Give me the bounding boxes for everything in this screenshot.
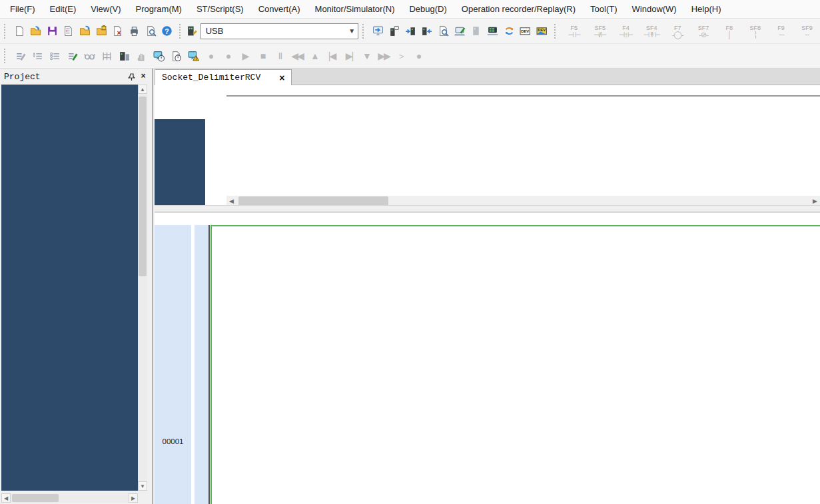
offline-button (468, 23, 485, 40)
page-magnifier-icon (145, 25, 157, 37)
rung-number-gutter (155, 225, 191, 504)
plc-connection-icon (187, 25, 198, 37)
project-panel-header: Project × (0, 69, 152, 85)
record-icon: ● (208, 51, 212, 61)
up-button: ▲ (306, 47, 323, 65)
close-icon[interactable]: × (137, 71, 149, 83)
tab-close-icon[interactable]: × (279, 73, 284, 83)
dev-badge-button[interactable]: DEV (517, 23, 534, 40)
tab-socket-delimiterrcv[interactable]: Socket_DelimiterRCV × (155, 69, 292, 85)
convert-sync-button[interactable] (501, 23, 518, 40)
side-tab-filler (155, 119, 205, 205)
menu-help[interactable]: Help(H) (684, 0, 729, 18)
connection-destination-select[interactable]: USB▼ (201, 23, 358, 39)
help-button[interactable]: ? (159, 23, 175, 40)
menu-st-script[interactable]: ST/Script(S) (189, 0, 251, 18)
menu-file[interactable]: File(F) (3, 0, 43, 18)
export-project-button[interactable] (93, 23, 110, 40)
ladder-key-sf9-button: SF9╌ (794, 21, 820, 41)
circle-down-icon: ● (416, 51, 420, 61)
menu-tool[interactable]: Tool(T) (583, 0, 624, 18)
find-button[interactable] (435, 23, 452, 40)
toolbar-grip (4, 49, 9, 63)
scroll-down-icon[interactable]: ▼ (138, 481, 147, 491)
ladder-key-sf8-button: SF8╎ (742, 21, 768, 41)
print-button[interactable] (126, 23, 143, 40)
rung-number: 00001 (155, 437, 191, 445)
project-tree-horizontal-scrollbar[interactable]: ◀ ▶ (1, 493, 138, 503)
menu-program[interactable]: Program(M) (129, 0, 189, 18)
program-doc-button[interactable] (61, 23, 77, 40)
ladder-block-button (98, 47, 115, 65)
monitor-alert-button[interactable]: ! (185, 47, 202, 65)
scrollbar-thumb[interactable] (12, 494, 59, 502)
ladder-key-f4-button: F4⊣↑⊢ (613, 21, 639, 41)
write-to-plc-button[interactable] (402, 23, 419, 40)
scrollbar-thumb[interactable] (238, 196, 388, 206)
menu-window[interactable]: Window(W) (625, 0, 684, 18)
editor-area: Socket_DelimiterRCV × ◀ ▶ 00001 (155, 69, 820, 504)
read-from-plc-button[interactable] (419, 23, 436, 40)
delete-program-button[interactable]: × (109, 23, 126, 40)
ladder-left-rail (208, 225, 210, 504)
argument-table (226, 95, 820, 97)
import-project-button[interactable] (77, 23, 93, 40)
menu-operation-recorder-replay[interactable]: Operation recorder/Replay(R) (454, 0, 583, 18)
pause-icon: Ⅱ (278, 51, 282, 61)
scroll-up-icon[interactable]: ▲ (138, 85, 147, 94)
scroll-left-icon[interactable]: ◀ (1, 493, 11, 503)
pause-button: Ⅱ (271, 47, 288, 65)
dev-badge2-button[interactable]: DEV (534, 23, 550, 40)
toolbar-grip (554, 24, 559, 39)
new-file-button[interactable] (11, 23, 28, 40)
print-preview-button[interactable] (143, 23, 159, 40)
edit-monitor-toolbar: !●●▶■Ⅱ◀◀▲|◀▶|▼▶▶＞● (0, 44, 820, 69)
watch-window-button (81, 47, 98, 65)
project-tree (1, 85, 138, 491)
help-icon: ? (161, 25, 173, 37)
scroll-left-icon[interactable]: ◀ (226, 196, 236, 206)
device-monitor-icon (119, 51, 130, 62)
open-folder-icon (30, 25, 41, 37)
project-tree-vertical-scrollbar[interactable]: ▲ ▼ (138, 85, 147, 491)
document-tab-bar: Socket_DelimiterRCV × (155, 69, 820, 85)
toolbar-grip (362, 24, 367, 39)
save-button[interactable] (44, 23, 61, 40)
device-bubble-icon (388, 25, 400, 37)
scrollbar-thumb[interactable] (139, 97, 147, 276)
record-button: ● (202, 47, 219, 65)
note-edit-button[interactable] (63, 47, 81, 65)
menu-debug[interactable]: Debug(D) (402, 0, 454, 18)
trace-doc-button[interactable] (167, 47, 185, 65)
device-memory-button[interactable] (115, 47, 133, 65)
list2-icon (49, 51, 61, 62)
skip-end-icon: ▶▶ (378, 51, 390, 61)
menu-view[interactable]: View(V) (83, 0, 128, 18)
page-magnifier-icon (438, 25, 449, 37)
monitor-time-button[interactable] (150, 47, 167, 65)
down-icon: ▼ (362, 51, 370, 61)
menu-convert[interactable]: Convert(A) (251, 0, 308, 18)
dev-badge-icon: DEV (520, 25, 531, 37)
dev-badge-yellow-icon: DEV (536, 25, 548, 37)
step-back-button: |◀ (323, 47, 340, 65)
scroll-right-icon[interactable]: ▶ (129, 493, 138, 503)
ladder-grid-icon (101, 51, 113, 62)
ladder-key-sf4-button: SF4⊣↟⊢ (639, 21, 665, 41)
transfer-setup-button[interactable] (370, 23, 386, 40)
simulator-button[interactable] (484, 23, 501, 40)
stop-button: ■ (254, 47, 271, 65)
scroll-right-icon[interactable]: ▶ (810, 196, 820, 206)
ladder-key-f8-button: F8│ (716, 21, 742, 41)
step-over-icon: ＞ (397, 51, 405, 61)
online-edit-button[interactable] (452, 23, 468, 40)
comment-selection-border-top (210, 225, 820, 226)
menu-edit[interactable]: Edit(E) (43, 0, 84, 18)
plc-check-button[interactable] (386, 23, 402, 40)
pin-icon[interactable] (125, 71, 137, 83)
ladder-column-header (155, 212, 820, 225)
menu-monitor-simulator[interactable]: Monitor/Simulator(N) (308, 0, 402, 18)
pane-splitter[interactable] (155, 205, 820, 212)
open-file-button[interactable] (27, 23, 44, 40)
project-panel: Project × ▲ ▼ ◀ ▶ (0, 69, 153, 504)
